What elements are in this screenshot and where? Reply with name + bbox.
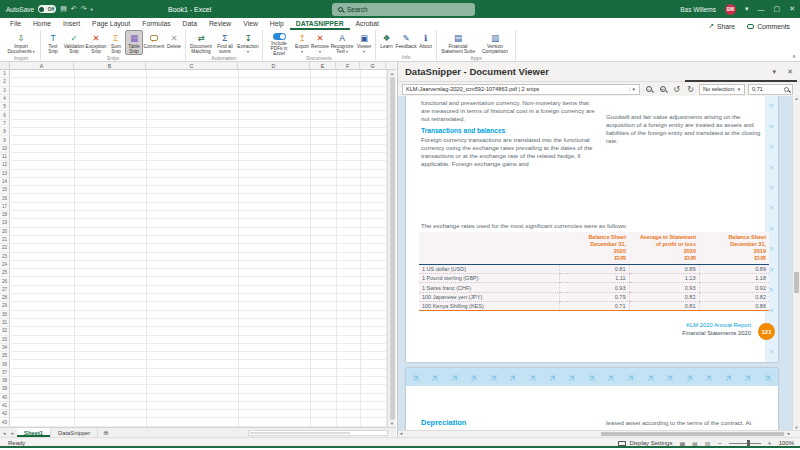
row-header-20[interactable]: 20 <box>0 228 10 235</box>
panel-horizontal-scrollbar[interactable]: ◂ ▸ <box>398 430 800 437</box>
undo-icon[interactable]: ↶ <box>71 5 77 13</box>
row-header-23[interactable]: 23 <box>0 253 10 260</box>
zoom-out-button[interactable]: - <box>643 84 654 95</box>
select-all-corner[interactable] <box>0 62 10 69</box>
row-header-7[interactable]: 7 <box>0 120 10 127</box>
about-button[interactable]: ℹAbout <box>417 30 434 54</box>
maximize-icon[interactable]: ▢ <box>774 5 781 13</box>
column-header-b[interactable]: B <box>74 62 146 69</box>
row-header-26[interactable]: 26 <box>0 277 10 284</box>
row-header-35[interactable]: 35 <box>0 352 10 359</box>
panel-search-input[interactable]: 0,71 <box>748 84 793 95</box>
tab-data[interactable]: Data <box>177 20 203 30</box>
grid-vertical-scrollbar[interactable]: ▲ ▼ <box>387 70 396 427</box>
grid-horizontal-scrollbar[interactable] <box>248 430 388 436</box>
row-header-42[interactable]: 42 <box>0 410 10 417</box>
column-header-g[interactable]: G <box>360 62 386 69</box>
row-header-19[interactable]: 19 <box>0 219 10 226</box>
scroll-up-icon[interactable]: ▲ <box>793 96 800 101</box>
row-header-39[interactable]: 39 <box>0 385 10 392</box>
tab-acrobat[interactable]: Acrobat <box>350 20 385 30</box>
row-header-31[interactable]: 31 <box>0 319 10 326</box>
grid-vscroll-thumb[interactable] <box>390 77 395 420</box>
delete-button[interactable]: ✕Delete <box>165 30 183 55</box>
row-header-12[interactable]: 12 <box>0 161 10 168</box>
scroll-down-icon[interactable]: ▼ <box>390 421 394 426</box>
row-header-38[interactable]: 38 <box>0 377 10 384</box>
column-header-a[interactable]: A <box>10 62 74 69</box>
panel-close-icon[interactable]: ✕ <box>787 68 793 76</box>
panel-hscroll-thumb[interactable] <box>601 432 784 436</box>
column-header-d[interactable]: D <box>238 62 310 69</box>
row-header-36[interactable]: 36 <box>0 360 10 367</box>
table-snip-button[interactable]: ▦Table Snip <box>125 30 143 55</box>
document-matching-button[interactable]: ⇄Document Matching <box>188 30 214 55</box>
tab-review[interactable]: Review <box>203 20 237 30</box>
row-header-9[interactable]: 9 <box>0 136 10 143</box>
sum-snip-button[interactable]: ΣSum Snip <box>107 30 125 55</box>
include-pdfs-in-excel-button[interactable]: Include PDFs in Excel <box>265 30 293 55</box>
row-header-8[interactable]: 8 <box>0 128 10 135</box>
row-header-2[interactable]: 2 <box>0 78 10 85</box>
row-header-1[interactable]: 1 <box>0 70 10 77</box>
redo-icon[interactable]: ↷ <box>81 5 87 13</box>
grid[interactable]: 1234567891011121314151617181920212223242… <box>0 70 387 427</box>
scroll-right-icon[interactable]: ▸ <box>788 431 790 436</box>
row-header-27[interactable]: 27 <box>0 286 10 293</box>
new-sheet-icon[interactable]: ⊕ <box>103 429 108 437</box>
column-header-f[interactable]: F <box>336 62 360 69</box>
row-header-33[interactable]: 33 <box>0 336 10 343</box>
comment-button[interactable]: Comment <box>143 30 165 55</box>
grid-hscroll-thumb[interactable] <box>250 432 350 434</box>
comments-button[interactable]: Comments <box>747 23 790 30</box>
recognize-text-button[interactable]: ARecognize Text ▾ <box>329 30 355 55</box>
scroll-left-icon[interactable]: ◂ <box>400 431 402 436</box>
row-header-37[interactable]: 37 <box>0 369 10 376</box>
row-header-15[interactable]: 15 <box>0 186 10 193</box>
text-snip-button[interactable]: TText Snip <box>43 30 63 55</box>
row-header-18[interactable]: 18 <box>0 211 10 218</box>
share-button[interactable]: ↗Share <box>708 22 735 30</box>
minimize-icon[interactable]: — <box>758 6 765 13</box>
sheet-nav-right-icon[interactable]: ▸ <box>9 430 18 436</box>
tab-formulas[interactable]: Formulas <box>136 20 176 30</box>
tab-home[interactable]: Home <box>27 20 57 30</box>
exception-snip-button[interactable]: ✕Exception Snip <box>85 30 107 55</box>
zoom-in-button[interactable]: + <box>657 84 668 95</box>
viewer-button[interactable]: ▣Viewer ▾ <box>355 30 373 55</box>
learn-button[interactable]: ❖Learn <box>378 30 395 54</box>
row-header-4[interactable]: 4 <box>0 95 10 102</box>
column-header-c[interactable]: C <box>146 62 238 69</box>
zoom-slider[interactable] <box>729 443 761 444</box>
user-name[interactable]: Bas Willems <box>680 6 716 13</box>
row-header-3[interactable]: 3 <box>0 87 10 94</box>
sheet-tab-sheet1[interactable]: Sheet1 <box>17 428 51 437</box>
close-icon[interactable]: ✕ <box>789 5 795 13</box>
document-dropdown[interactable]: KLM-Jaarverslag-2020_tcm592-1074863.pdf … <box>402 84 640 95</box>
tab-view[interactable]: View <box>237 20 264 30</box>
sheet-nav-left-icon[interactable]: ◂ <box>0 430 9 436</box>
row-header-10[interactable]: 10 <box>0 145 10 152</box>
row-header-16[interactable]: 16 <box>0 194 10 201</box>
row-header-17[interactable]: 17 <box>0 203 10 210</box>
panel-vertical-scrollbar[interactable]: ▲ ▼ <box>792 96 800 430</box>
row-header-13[interactable]: 13 <box>0 170 10 177</box>
avatar[interactable]: BW <box>725 4 736 15</box>
row-header-30[interactable]: 30 <box>0 311 10 318</box>
row-header-22[interactable]: 22 <box>0 244 10 251</box>
tab-page-layout[interactable]: Page Layout <box>86 20 136 30</box>
feedback-button[interactable]: ✎Feedback <box>395 30 417 54</box>
row-header-32[interactable]: 32 <box>0 327 10 334</box>
row-header-25[interactable]: 25 <box>0 269 10 276</box>
rotate-right-button[interactable]: ↻ <box>685 84 696 95</box>
version-comparison-button[interactable]: ▥Version Comparison <box>477 30 513 55</box>
export-button[interactable]: ↥Export ▾ <box>293 30 311 55</box>
validation-snip-button[interactable]: ✓Validation Snip <box>63 30 85 55</box>
row-header-29[interactable]: 29 <box>0 302 10 309</box>
row-header-40[interactable]: 40 <box>0 394 10 401</box>
save-icon[interactable]: ▤ <box>60 5 67 13</box>
row-header-6[interactable]: 6 <box>0 111 10 118</box>
rotate-left-button[interactable]: ↺ <box>671 84 682 95</box>
panel-vscroll-thumb[interactable] <box>794 272 799 293</box>
sheet-tab-datasnipper[interactable]: DataSnipper <box>51 428 98 437</box>
